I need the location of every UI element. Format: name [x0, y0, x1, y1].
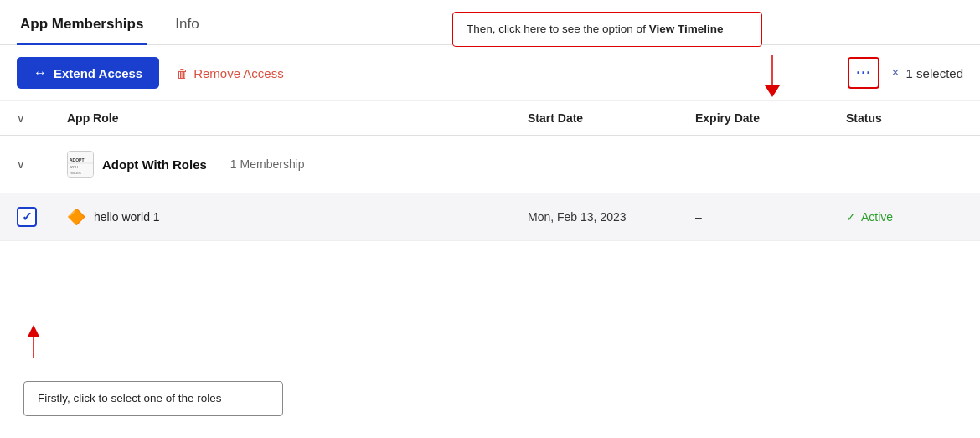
toolbar-right: ··· × 1 selected — [848, 57, 963, 89]
extend-access-button[interactable]: ↔ Extend Access — [17, 57, 159, 89]
checkmark-icon: ✓ — [846, 210, 856, 224]
row-checkbox-wrap — [17, 207, 67, 227]
svg-text:ADOPT: ADOPT — [70, 157, 85, 162]
group-chevron[interactable]: ∨ — [17, 158, 67, 171]
row-checkbox[interactable] — [17, 207, 37, 227]
col-expiry-date: Expiry Date — [695, 111, 846, 125]
status-text: Active — [861, 210, 893, 224]
extend-access-label: Extend Access — [54, 66, 142, 80]
col-status: Status — [846, 111, 963, 125]
group-name: Adopt With Roles — [102, 157, 207, 172]
table-row: 🔶 hello world 1 Mon, Feb 13, 2023 – ✓ Ac… — [0, 193, 980, 241]
group-row: ∨ ADOPT WITH ROLES Adopt With Roles 1 Me… — [0, 136, 980, 193]
extend-icon: ↔ — [34, 65, 47, 80]
trash-icon: 🗑 — [176, 66, 188, 80]
start-date: Mon, Feb 13, 2023 — [528, 210, 695, 224]
group-count: 1 Membership — [230, 157, 305, 171]
adopt-logo-svg: ADOPT WITH ROLES — [68, 152, 93, 177]
group-logo: ADOPT WITH ROLES — [67, 151, 94, 178]
remove-access-label: Remove Access — [193, 66, 284, 80]
expiry-date: – — [695, 210, 846, 224]
role-icon: 🔶 — [67, 208, 85, 226]
callout-arrow-bottom — [27, 325, 40, 358]
selected-label: × 1 selected — [891, 65, 963, 80]
expand-all-chevron[interactable]: ∨ — [17, 112, 67, 125]
callout-bottom: Firstly, click to select one of the role… — [23, 381, 283, 416]
svg-text:WITH: WITH — [70, 165, 78, 169]
col-start-date: Start Date — [528, 111, 695, 125]
table-header: ∨ App Role Start Date Expiry Date Status — [0, 101, 980, 136]
tab-info[interactable]: Info — [172, 1, 202, 45]
group-info: ADOPT WITH ROLES Adopt With Roles 1 Memb… — [67, 151, 528, 178]
more-options-button[interactable]: ··· — [848, 57, 879, 89]
col-app-role: App Role — [67, 111, 528, 125]
tabs-bar: App Memberships Info — [0, 0, 980, 45]
selected-count: 1 selected — [906, 66, 963, 80]
status-badge: ✓ Active — [846, 210, 963, 224]
role-info: 🔶 hello world 1 — [67, 208, 528, 226]
tab-app-memberships[interactable]: App Memberships — [17, 1, 147, 45]
ellipsis-icon: ··· — [856, 64, 871, 82]
role-name: hello world 1 — [94, 210, 160, 224]
remove-access-button[interactable]: 🗑 Remove Access — [176, 66, 284, 80]
svg-marker-8 — [28, 325, 39, 337]
svg-text:ROLES: ROLES — [70, 171, 81, 175]
clear-selection-button[interactable]: × — [891, 65, 899, 80]
toolbar: ↔ Extend Access 🗑 Remove Access ··· × 1 … — [0, 45, 980, 101]
callout-bottom-text: Firstly, click to select one of the role… — [38, 392, 222, 405]
